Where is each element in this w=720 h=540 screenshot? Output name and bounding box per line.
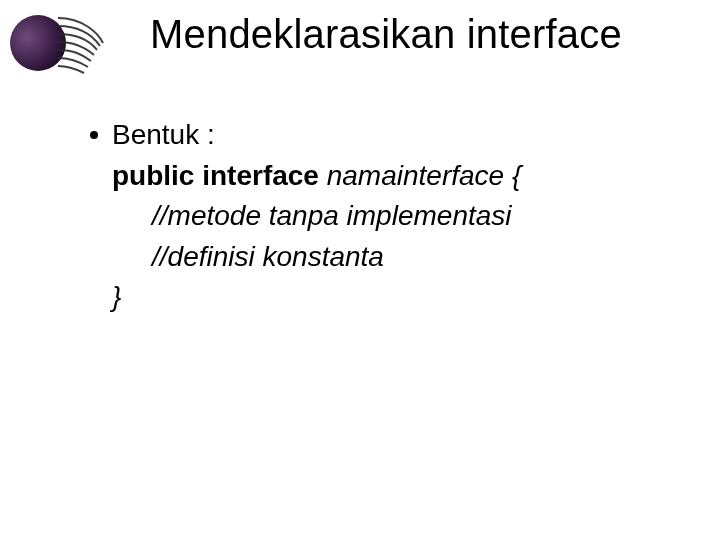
- bullet-label: Bentuk :: [112, 115, 215, 156]
- code-brace: {: [512, 160, 521, 191]
- slide-content: Bentuk : public interface namainterface …: [90, 115, 680, 318]
- code-line: //metode tanpa implementasi: [90, 196, 680, 237]
- bullet-dot-icon: [90, 131, 98, 139]
- university-logo: [8, 8, 108, 78]
- slide: Mendeklarasikan interface Bentuk : publi…: [0, 0, 720, 540]
- svg-point-0: [10, 15, 66, 71]
- slide-title: Mendeklarasikan interface: [150, 12, 622, 57]
- code-keyword: public interface: [112, 160, 319, 191]
- code-name: namainterface: [327, 160, 504, 191]
- bullet-item: Bentuk :: [90, 115, 680, 156]
- code-line: }: [90, 277, 680, 318]
- code-line: //definisi konstanta: [90, 237, 680, 278]
- code-line: public interface namainterface {: [90, 156, 680, 197]
